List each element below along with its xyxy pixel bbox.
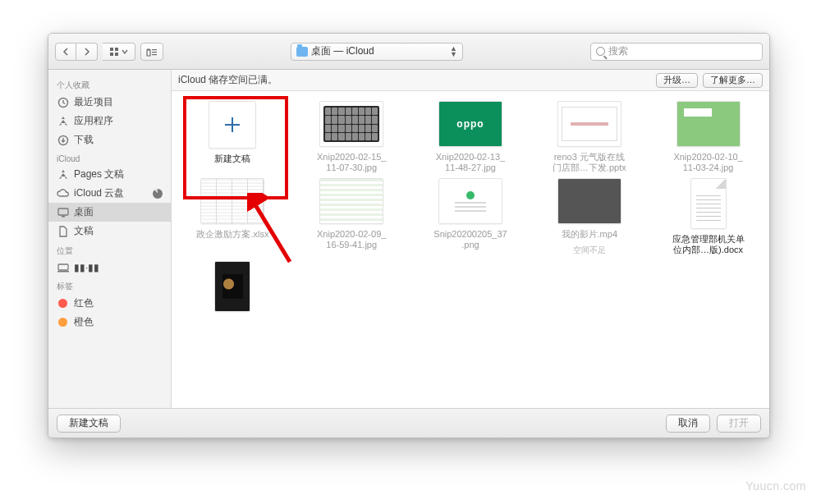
file-label: 新建文稿 — [214, 153, 250, 164]
sidebar-item[interactable]: 橙色 — [48, 313, 171, 332]
sidebar-section-header: 个人收藏 — [48, 75, 171, 93]
sidebar-section-header: 位置 — [48, 241, 171, 259]
file-thumbnail[interactable] — [319, 178, 383, 224]
file-thumbnail[interactable] — [209, 101, 256, 149]
sidebar-item[interactable]: iCloud 云盘 — [48, 184, 171, 203]
file-label: Xnip2020-02-10_ 11-03-24.jpg — [673, 152, 742, 173]
search-field[interactable]: 搜索 — [590, 43, 763, 61]
sidebar-section-header: 标签 — [48, 276, 171, 294]
svg-rect-5 — [152, 52, 157, 53]
file-label: 我的影片.mp4 — [562, 229, 617, 240]
file-item[interactable]: 政企激励方案.xlsx — [175, 178, 291, 256]
finder-open-dialog: 桌面 — iCloud ▲▼ 搜索 个人收藏最近项目应用程序下载iCloudPa… — [48, 33, 770, 438]
view-switch — [103, 43, 135, 61]
file-thumbnail[interactable] — [690, 178, 727, 229]
file-item[interactable]: 应急管理部机关单 位内部…版).docx — [650, 178, 766, 256]
file-label: reno3 元气版在线 门店部…下发.pptx — [553, 152, 626, 173]
dialog-body: 个人收藏最近项目应用程序下载iCloudPages 文稿iCloud 云盘桌面文… — [48, 70, 769, 408]
tag-icon — [57, 316, 69, 328]
file-thumbnail[interactable] — [557, 178, 621, 224]
file-thumbnail[interactable] — [677, 101, 741, 147]
file-label: Xnip2020-02-09_ 16-59-41.jpg — [317, 229, 386, 250]
sidebar-item-label: 下载 — [74, 133, 94, 147]
file-thumbnail[interactable] — [200, 178, 264, 224]
file-thumbnail[interactable] — [557, 101, 621, 147]
sidebar-item[interactable]: Pages 文稿 — [48, 165, 171, 184]
sidebar-item[interactable]: 应用程序 — [48, 112, 171, 131]
file-item[interactable]: 新建文稿 — [175, 101, 291, 173]
file-item[interactable]: Xnip2020-02-10_ 11-03-24.jpg — [650, 101, 766, 173]
view-icons-button[interactable] — [103, 43, 135, 61]
popup-chevrons-icon: ▲▼ — [450, 46, 457, 57]
svg-rect-11 — [58, 264, 68, 270]
sidebar-item[interactable]: 桌面 — [48, 203, 171, 222]
bottom-bar: 新建文稿 取消 打开 — [48, 408, 769, 438]
cloud-icon — [57, 187, 69, 199]
file-grid-scroll[interactable]: 新建文稿Xnip2020-02-15_ 11-07-30.jpgoppoXnip… — [172, 91, 769, 408]
file-thumbnail[interactable] — [438, 178, 502, 224]
sidebar-item[interactable]: 最近项目 — [48, 93, 171, 112]
main-pane: iCloud 储存空间已满。 升级… 了解更多… 新建文稿Xnip2020-02… — [172, 70, 769, 408]
forward-button[interactable] — [76, 43, 98, 61]
sidebar-item[interactable]: 文稿 — [48, 222, 171, 241]
svg-rect-12 — [57, 271, 69, 273]
sidebar-item-label: Pages 文稿 — [74, 167, 124, 181]
new-document-button[interactable]: 新建文稿 — [57, 415, 121, 433]
file-item[interactable] — [175, 261, 291, 317]
toolbar: 桌面 — iCloud ▲▼ 搜索 — [48, 34, 769, 70]
file-item[interactable]: oppoXnip2020-02-13_ 11-48-27.jpg — [413, 101, 529, 173]
search-placeholder: 搜索 — [608, 44, 628, 58]
downloads-icon — [57, 134, 69, 146]
search-icon — [596, 47, 605, 56]
file-thumbnail[interactable] — [319, 101, 383, 147]
svg-rect-3 — [115, 53, 118, 56]
notice-text: iCloud 储存空间已满。 — [178, 73, 277, 87]
upgrade-button[interactable]: 升级… — [656, 73, 698, 88]
svg-rect-9 — [58, 208, 68, 215]
file-label: Xnip2020-02-15_ 11-07-30.jpg — [317, 152, 386, 173]
file-item[interactable]: 我的影片.mp4空间不足 — [531, 178, 647, 256]
sidebar-item[interactable]: ▮▮·▮▮ — [48, 259, 171, 276]
sidebar-item-label: ▮▮·▮▮ — [74, 262, 99, 273]
svg-rect-6 — [152, 54, 157, 55]
sidebar-section-header: iCloud — [48, 149, 171, 165]
file-thumbnail[interactable]: oppo — [438, 101, 502, 147]
file-grid: 新建文稿Xnip2020-02-15_ 11-07-30.jpgoppoXnip… — [172, 91, 769, 337]
nav-back-forward — [55, 43, 98, 61]
file-thumbnail[interactable] — [214, 261, 250, 312]
sidebar-item[interactable]: 红色 — [48, 294, 171, 313]
file-label: Snip20200205_37 .png — [433, 229, 507, 250]
doc-icon — [57, 225, 69, 237]
file-label: 应急管理部机关单 位内部…版).docx — [672, 234, 745, 255]
svg-rect-4 — [152, 49, 157, 50]
svg-rect-1 — [115, 48, 118, 51]
file-item[interactable]: Xnip2020-02-09_ 16-59-41.jpg — [294, 178, 410, 256]
apps-icon — [57, 115, 69, 127]
file-item[interactable]: Xnip2020-02-15_ 11-07-30.jpg — [294, 101, 410, 173]
file-item[interactable]: Snip20200205_37 .png — [413, 178, 529, 256]
recents-icon — [57, 96, 69, 108]
learn-more-button[interactable]: 了解更多… — [703, 73, 763, 88]
file-label: 政企激励方案.xlsx — [196, 229, 268, 240]
cancel-button[interactable]: 取消 — [666, 415, 710, 433]
svg-rect-10 — [62, 216, 65, 218]
sidebar[interactable]: 个人收藏最近项目应用程序下载iCloudPages 文稿iCloud 云盘桌面文… — [48, 70, 172, 408]
sidebar-item-label: 橙色 — [74, 315, 94, 329]
icloud-storage-notice: iCloud 储存空间已满。 升级… 了解更多… — [172, 70, 769, 91]
sidebar-item-label: 最近项目 — [74, 95, 113, 109]
back-button[interactable] — [55, 43, 76, 61]
watermark: Yuucn.com — [745, 479, 806, 493]
group-button[interactable] — [140, 43, 163, 61]
open-button[interactable]: 打开 — [717, 415, 761, 433]
sidebar-item-label: 桌面 — [74, 205, 94, 219]
svg-rect-2 — [110, 53, 113, 56]
svg-rect-0 — [110, 48, 113, 51]
path-label: 桌面 — iCloud — [311, 44, 374, 58]
file-item[interactable]: reno3 元气版在线 门店部…下发.pptx — [531, 101, 647, 173]
tag-icon — [57, 297, 69, 309]
sidebar-item[interactable]: 下载 — [48, 131, 171, 149]
folder-icon — [296, 47, 308, 57]
sidebar-item-label: 文稿 — [74, 224, 94, 238]
desktop-icon — [57, 206, 69, 218]
path-popup[interactable]: 桌面 — iCloud ▲▼ — [291, 43, 463, 61]
